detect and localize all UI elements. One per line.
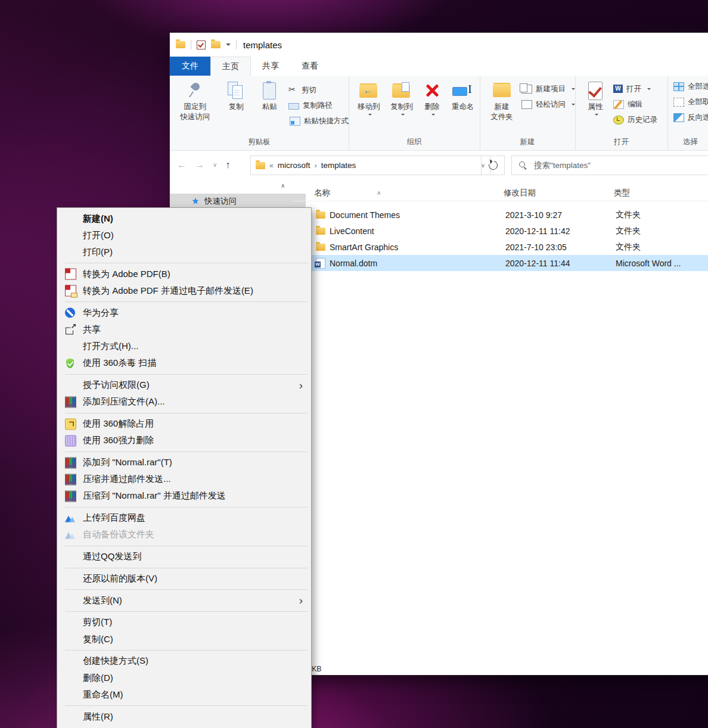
properties-check-icon[interactable] [197, 41, 206, 49]
file-row-document-themes[interactable]: Document Themes 2021-3-10 9:27 文件夹 [283, 207, 708, 223]
menu-item-auto-backup-folder[interactable]: 自动备份该文件夹 [57, 527, 311, 543]
menu-separator [65, 301, 308, 302]
menu-item-restore-previous-versions[interactable]: 还原以前的版本(V) [57, 570, 311, 587]
menu-item-share[interactable]: 共享 [57, 321, 311, 338]
menu-item-give-access[interactable]: 授予访问权限(G)› [57, 377, 311, 393]
menu-item-copy[interactable]: 复制(C) [57, 631, 311, 648]
qat-customize-chevron-icon[interactable] [226, 43, 231, 48]
forward-button[interactable]: → [195, 160, 204, 170]
dropdown-icon [431, 114, 435, 117]
menu-item-huawei-share[interactable]: 华为分享 [57, 304, 311, 321]
menu-item-create-shortcut[interactable]: 创建快捷方式(S) [57, 653, 311, 670]
tab-home[interactable]: 主页 [210, 57, 251, 76]
move-to-button[interactable]: 移动到 [352, 79, 385, 117]
refresh-button[interactable] [481, 155, 505, 175]
menu-item-send-to[interactable]: 发送到(N)› [57, 592, 311, 609]
menu-item-open-with[interactable]: 打开方式(H)... [57, 338, 311, 355]
dropdown-icon [647, 88, 651, 92]
menu-item-new[interactable]: 新建(N) [57, 210, 311, 227]
open-label: 打开 [626, 84, 641, 94]
menu-item-label: 共享 [83, 324, 101, 335]
tab-share[interactable]: 共享 [251, 57, 290, 76]
menu-item-convert-pdf-email[interactable]: 转换为 Adobe PDF 并通过电子邮件发送(E) [57, 282, 311, 299]
folder-icon [316, 244, 325, 251]
file-type: 文件夹 [616, 242, 641, 253]
copy-path-button[interactable]: 复制路径 [287, 98, 349, 113]
menu-item-cut[interactable]: 剪切(T) [57, 614, 311, 631]
pin-to-quick-access-button[interactable]: 固定到 快速访问 [170, 79, 221, 123]
new-item-button[interactable]: 新建项目 [519, 81, 575, 97]
delete-button[interactable]: 删除 [418, 79, 446, 117]
rename-button[interactable]: 重命名 [446, 79, 480, 113]
navpane-scroll-up-icon[interactable]: ∧ [281, 182, 285, 189]
breadcrumb-microsoft[interactable]: microsoft [278, 161, 310, 170]
winrar-icon [65, 474, 76, 485]
history-button[interactable]: 历史记录 [612, 112, 657, 127]
file-row-smartart-graphics[interactable]: SmartArt Graphics 2021-7-10 23:05 文件夹 [283, 239, 708, 255]
menu-item-scan-360[interactable]: 使用 360杀毒 扫描 [57, 355, 311, 372]
select-none-button[interactable]: 全部取消 [672, 94, 708, 110]
file-row-livecontent[interactable]: LiveContent 2020-12-11 11:42 文件夹 [283, 223, 708, 239]
search-input[interactable] [533, 160, 678, 170]
menu-item-360-force-delete[interactable]: 使用 360强力删除 [57, 433, 311, 449]
file-name: Document Themes [330, 210, 400, 220]
invert-selection-button[interactable]: 反向选择 [672, 110, 708, 125]
paste-button[interactable]: 粘贴 [252, 79, 287, 113]
desktop: { "window": { "title": "templates", "tab… [0, 0, 708, 728]
pdf-icon [65, 269, 76, 280]
menu-item-delete[interactable]: 删除(D) [57, 670, 311, 686]
menu-item-add-to-archive[interactable]: 添加到压缩文件(A)... [57, 394, 311, 410]
menu-item-rename[interactable]: 重命名(M) [57, 686, 311, 703]
open-button[interactable]: W 打开 [612, 81, 657, 97]
file-name: Normal.dotm [330, 259, 377, 268]
new-folder-qat-icon[interactable] [211, 41, 221, 48]
breadcrumb-truncate-chevron[interactable]: « [269, 161, 274, 170]
menu-item-label: 转换为 Adobe PDF 并通过电子邮件发送(E) [83, 285, 253, 297]
file-row-normal-dotm[interactable]: Normal.dotm 2020-12-11 11:44 Microsoft W… [283, 255, 708, 271]
menu-item-print[interactable]: 打印(P) [57, 244, 311, 260]
column-header-name[interactable]: 名称 [314, 185, 330, 201]
copy-button[interactable]: 复制 [221, 79, 252, 113]
word-document-icon [316, 258, 325, 269]
menu-item-convert-pdf[interactable]: 转换为 Adobe PDF(B) [57, 266, 311, 282]
back-button[interactable]: ← [177, 160, 187, 170]
menu-item-compress-to-rar-and-email[interactable]: 压缩到 "Normal.rar" 并通过邮件发送 [57, 488, 311, 505]
menu-item-label: 压缩到 "Normal.rar" 并通过邮件发送 [83, 490, 226, 502]
group-label-organize: 组织 [349, 137, 480, 147]
address-box[interactable]: « microsoft › templates ∨ [250, 155, 490, 175]
new-folder-button[interactable]: 新建 文件夹 [485, 79, 519, 123]
up-button[interactable]: ↑ [225, 160, 230, 170]
file-name: LiveContent [330, 226, 374, 236]
context-menu: 新建(N) 打开(O) 打印(P) 转换为 Adobe PDF(B) 转换为 A… [57, 207, 312, 728]
cut-button[interactable]: 剪切 [287, 82, 349, 98]
divider [236, 40, 237, 49]
share-icon [65, 325, 75, 335]
new-folder-label-line2: 文件夹 [490, 112, 513, 122]
easy-access-button[interactable]: 轻松访问 [519, 97, 575, 112]
menu-item-properties[interactable]: 属性(R) [57, 708, 311, 725]
paste-icon [259, 81, 280, 100]
menu-item-send-via-qq[interactable]: 通过QQ发送到 [57, 549, 311, 565]
menu-item-add-to-normal-rar[interactable]: 添加到 "Normal.rar"(T) [57, 454, 311, 471]
column-header-date[interactable]: 修改日期 [504, 185, 536, 201]
file-list: ∧ 名称 修改日期 类型 大小 Document Themes 2021-3-1… [292, 179, 708, 655]
tab-view[interactable]: 查看 [290, 57, 330, 76]
copy-to-button[interactable]: 复制到 [385, 79, 418, 117]
breadcrumb-templates[interactable]: templates [321, 161, 356, 170]
menu-item-label: 使用 360杀毒 扫描 [83, 357, 156, 369]
tab-file[interactable]: 文件 [170, 57, 210, 76]
properties-button[interactable]: 属性 [579, 79, 612, 117]
menu-item-compress-and-email[interactable]: 压缩并通过邮件发送... [57, 471, 311, 488]
column-header-type[interactable]: 类型 [614, 185, 630, 201]
recent-locations-chevron-icon[interactable]: ∨ [213, 161, 217, 168]
menu-item-360-unlock[interactable]: 使用 360解除占用 [57, 415, 311, 432]
select-all-button[interactable]: 全部选择 [672, 79, 708, 94]
ribbon-group-select: 全部选择 全部取消 反向选择 选择 [667, 76, 708, 150]
file-type: 文件夹 [616, 210, 641, 220]
menu-item-upload-baidu[interactable]: 上传到百度网盘 [57, 510, 311, 527]
select-none-label: 全部取消 [688, 97, 708, 107]
edit-button[interactable]: 编辑 [612, 97, 657, 112]
paste-shortcut-button[interactable]: 粘贴快捷方式 [287, 113, 349, 129]
menu-item-open[interactable]: 打开(O) [57, 227, 311, 244]
copy-to-label: 复制到 [390, 102, 413, 112]
